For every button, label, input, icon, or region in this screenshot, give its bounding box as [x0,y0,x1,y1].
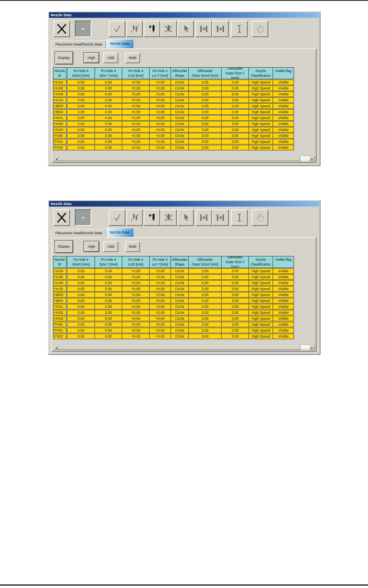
row-id-cell[interactable]: HA04 [53,80,66,85]
table-cell[interactable]: High Speed [248,85,273,91]
table-cell[interactable]: Circle [171,304,189,309]
table-cell[interactable]: Visible [273,91,294,97]
table-cell[interactable]: High Speed [248,268,273,274]
filter-button-high[interactable]: High [83,52,99,63]
table-cell[interactable]: Visible [273,115,294,121]
table-cell[interactable]: 3.00 [221,145,249,150]
horizontal-scrollbar[interactable] [53,156,315,161]
table-cell[interactable]: 0.00 [67,286,95,292]
table-cell[interactable]: 0.00 [67,115,95,121]
table-cell[interactable]: 0.00 [67,292,95,298]
table-cell[interactable]: 3.00 [188,109,222,115]
table-cell[interactable]: Circle [171,286,189,292]
table-cell[interactable]: High Speed [248,328,273,333]
table-cell[interactable]: +0.00 [122,274,150,280]
table-cell[interactable]: 6.00 [188,91,222,97]
table-cell[interactable]: +0.00 [149,109,171,115]
table-cell[interactable]: Circle [171,91,189,97]
table-cell[interactable]: Circle [171,109,189,115]
table-cell[interactable]: +0.00 [122,304,150,309]
remove-nozzle-button[interactable] [160,21,177,37]
pick-nozzle-button[interactable] [177,209,194,226]
table-cell[interactable]: 0.00 [95,139,122,144]
row-id-cell[interactable]: HB04 [53,109,66,115]
scrollbar-thumb[interactable] [59,345,300,350]
swap-nozzle-button[interactable] [126,21,143,37]
table-cell[interactable]: 0.00 [95,145,122,150]
filter-button-display[interactable]: Display [55,240,73,253]
table-cell[interactable]: 3.00 [221,121,249,127]
table-cell[interactable]: 3.00 [188,97,222,103]
table-cell[interactable]: +0.00 [122,91,150,97]
table-cell[interactable]: 3.00 [221,304,249,309]
table-cell[interactable]: 0.00 [67,109,95,115]
table-cell[interactable]: +0.00 [149,334,171,339]
manual-pick-button[interactable] [252,21,268,37]
table-cell[interactable]: High Speed [248,103,273,109]
table-cell[interactable]: 0.00 [67,268,95,274]
table-cell[interactable]: Visible [273,328,294,333]
table-cell[interactable]: High Speed [248,292,273,298]
table-cell[interactable]: +0.00 [149,139,171,144]
table-cell[interactable]: +0.00 [149,145,171,150]
table-cell[interactable]: Visible [273,310,294,315]
table-cell[interactable]: 0.00 [67,103,95,109]
table-cell[interactable]: Circle [171,298,189,303]
table-cell[interactable]: 3.00 [221,334,249,339]
table-cell[interactable]: 3.00 [221,328,249,333]
table-cell[interactable]: +0.00 [122,133,150,138]
table-cell[interactable]: High Speed [248,145,273,150]
table-cell[interactable]: 3.00 [188,316,222,321]
filter-button-display[interactable]: Display [55,51,73,64]
table-cell[interactable]: 0.00 [95,292,122,298]
table-cell[interactable]: +0.00 [149,268,171,274]
table-cell[interactable]: High Speed [248,334,273,339]
table-cell[interactable]: Visible [273,268,294,274]
table-cell[interactable]: +0.00 [149,316,171,321]
table-cell[interactable]: +0.00 [149,97,171,103]
table-cell[interactable]: +0.00 [122,97,150,103]
table-cell[interactable]: 3.00 [188,304,222,309]
table-cell[interactable]: +0.00 [122,115,150,121]
table-cell[interactable]: High Speed [248,109,273,115]
row-id-cell[interactable]: HA04 [53,268,66,274]
table-cell[interactable]: +0.00 [149,286,171,292]
table-cell[interactable]: +0.00 [122,109,150,115]
table-cell[interactable]: 0.00 [95,268,122,274]
table-cell[interactable]: High Speed [248,286,273,292]
table-cell[interactable]: +0.00 [122,85,150,91]
table-cell[interactable]: 0.00 [95,109,122,115]
table-cell[interactable]: High Speed [248,133,273,138]
filter-button-odd[interactable]: Odd [103,53,118,63]
table-cell[interactable]: Circle [171,115,189,121]
table-cell[interactable]: Visible [273,133,294,138]
table-cell[interactable]: Visible [273,127,294,133]
table-cell[interactable]: Visible [273,121,294,127]
row-id-cell[interactable]: HV01 [53,115,66,121]
table-cell[interactable]: 0.00 [67,334,95,339]
table-cell[interactable]: +0.00 [122,139,150,144]
table-cell[interactable]: +0.00 [122,280,150,286]
table-cell[interactable]: 0.00 [67,316,95,321]
table-cell[interactable]: 0.00 [95,80,122,85]
filter-button-odd[interactable]: Odd [103,241,118,252]
row-id-cell[interactable]: HA09 [53,91,66,97]
table-cell[interactable]: 0.00 [95,322,122,327]
table-cell[interactable]: 0.00 [67,97,95,103]
table-cell[interactable]: High Speed [248,298,273,303]
table-cell[interactable]: +0.00 [149,322,171,327]
row-id-cell[interactable]: PV01 [53,328,66,333]
table-cell[interactable]: Circle [171,316,189,321]
table-cell[interactable]: 0.00 [67,310,95,315]
table-cell[interactable]: Circle [171,103,189,109]
table-cell[interactable]: Circle [171,292,189,298]
table-cell[interactable]: High Speed [248,322,273,327]
table-cell[interactable]: 3.00 [188,298,222,303]
row-id-cell[interactable]: HA10 [53,286,66,292]
scroll-right-button[interactable] [309,156,315,161]
table-cell[interactable]: High Speed [248,274,273,280]
table-cell[interactable]: 0.00 [95,334,122,339]
table-cell[interactable]: 0.00 [67,298,95,303]
table-cell[interactable]: 6.00 [221,91,249,97]
table-cell[interactable]: +0.00 [149,292,171,298]
